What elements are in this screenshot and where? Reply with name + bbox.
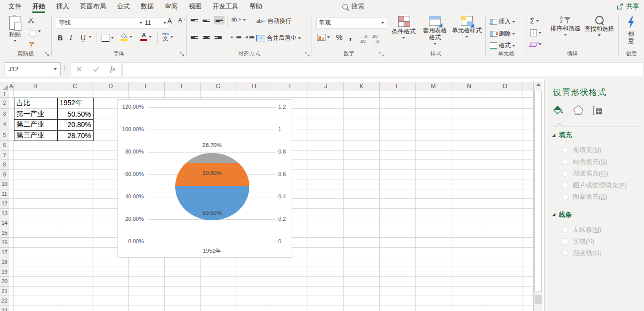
fill-line-tab[interactable] [552,104,565,117]
table-cell[interactable]: 20.80% [58,120,94,131]
column-header-C[interactable]: C [57,82,93,91]
column-header-K[interactable]: K [344,82,380,91]
italic-button[interactable]: I [70,34,72,42]
row-header-9[interactable]: 9 [0,170,9,180]
underline-caret[interactable] [89,36,92,38]
radio-no-line[interactable]: 无线条(N) [562,225,601,234]
format-painter-button[interactable] [28,41,35,48]
ideas-button[interactable]: 创意 [624,16,639,45]
wrap-text-button[interactable]: ab↵ 自动换行 [256,17,292,25]
grow-font-button[interactable]: Aˆ [167,17,175,25]
tab-help[interactable]: 帮助 [244,0,268,13]
clipboard-dialog-launcher[interactable] [45,52,49,56]
orientation-button[interactable]: ab↗ [231,17,246,22]
insert-function-button[interactable]: fx [110,65,115,73]
table-cell[interactable]: 第三产业 [14,131,58,142]
section-header-line[interactable]: 线条 [552,210,572,219]
enter-icon[interactable] [93,67,99,72]
name-box[interactable]: J12 [4,62,61,76]
row-header-11[interactable]: 11 [0,189,9,199]
column-header-A[interactable]: A [9,82,14,91]
bottom-align-button[interactable] [215,16,224,24]
column-header-N[interactable]: N [451,82,487,91]
chart-object[interactable]: 120.00%1.2100.00%180.00%0.860.00%0.640.0… [117,99,292,258]
phonetic-guide-button[interactable]: wén 文 [162,32,173,41]
vertical-scrollbar[interactable] [534,82,542,311]
sort-filter-button[interactable]: AZ 排序和筛选 [548,16,583,36]
align-left-button[interactable] [191,34,198,40]
bold-button[interactable]: B [58,34,63,42]
middle-align-button[interactable] [203,17,210,23]
autosum-button[interactable]: Σ [530,17,539,25]
column-header-J[interactable]: J [308,82,344,91]
tab-file[interactable]: 文件 [3,0,27,13]
row-header-5[interactable]: 5 [0,130,9,141]
table-cell[interactable]: 50.50% [58,109,94,120]
radio-gradient-line[interactable]: 渐变线(G) [562,249,602,258]
merge-center-button[interactable]: ↔ 合并后居中 [256,34,301,42]
row-header-13[interactable]: 13 [0,209,9,219]
row-header-23[interactable]: 23 [0,306,9,311]
delete-cells-button[interactable]: x 删除 [490,29,515,38]
font-dialog-launcher[interactable] [180,52,184,56]
cell-styles-button[interactable]: 单元格样式 [451,16,483,38]
row-header-21[interactable]: 21 [0,287,9,297]
conditional-formatting-button[interactable]: 条件格式 [389,16,418,39]
find-select-button[interactable]: 查找和选择 [583,16,616,36]
row-header-18[interactable]: 18 [0,257,9,267]
scrollbar-thumb[interactable] [535,91,542,292]
formula-bar-resize-handle[interactable] [64,65,65,70]
clear-button[interactable] [530,42,541,47]
row-header-1[interactable]: 1 [0,91,9,98]
shrink-font-button[interactable]: Aˇ [178,17,185,24]
tab-formulas[interactable]: 公式 [111,0,135,13]
insert-cells-button[interactable]: ← 插入 [490,17,515,26]
column-header-B[interactable]: B [14,82,57,91]
radio-pattern-fill[interactable]: 图案填充(A) [562,192,607,201]
row-header-12[interactable]: 12 [0,199,9,209]
font-name-select[interactable]: 等线 [56,17,145,28]
cancel-icon[interactable] [77,67,82,72]
tab-data[interactable]: 数据 [135,0,159,13]
row-header-22[interactable]: 22 [0,296,9,306]
sheet-grid[interactable]: 占比1952年第一产业50.50%第二产业20.80%第三产业28.70% 12… [9,91,534,311]
row-header-14[interactable]: 14 [0,218,9,228]
decrease-decimal-button[interactable]: .00→.0 [372,34,380,44]
row-header-7[interactable]: 7 [0,151,9,160]
tab-view[interactable]: 视图 [183,0,207,13]
row-header-15[interactable]: 15 [0,228,9,238]
table-cell[interactable]: 第二产业 [14,120,58,131]
number-dialog-launcher[interactable] [379,52,384,56]
top-align-button[interactable] [191,17,198,23]
font-size-select[interactable]: 11 [142,17,169,28]
column-header-O[interactable]: O [487,82,523,91]
tab-review[interactable]: 审阅 [159,0,183,13]
row-header-4[interactable]: 4 [0,119,9,130]
column-header-H[interactable]: H [236,82,272,91]
table-header-cell[interactable]: 1952年 [58,98,94,109]
align-center-button[interactable] [203,34,210,40]
column-header-E[interactable]: E [129,82,165,91]
radio-gradient-fill[interactable]: 渐变填充(G) [562,169,608,178]
increase-indent-button[interactable]: ⇥ [243,34,254,40]
format-cells-button[interactable]: 格式 [490,41,515,50]
table-header-cell[interactable]: 占比 [14,98,58,109]
fill-button[interactable]: ↓ [530,29,541,36]
column-header-M[interactable]: M [416,82,451,91]
format-as-table-button[interactable]: 套用表格格式 [421,16,449,45]
increase-decimal-button[interactable]: ←.0.00 [360,34,368,44]
column-header-L[interactable]: L [380,82,416,91]
row-header-3[interactable]: 3 [0,109,9,120]
accounting-format-button[interactable] [317,34,330,41]
column-header-I[interactable]: I [272,82,308,91]
decrease-indent-button[interactable]: ⇤ [230,34,241,40]
tab-developer[interactable]: 开发工具 [207,0,244,13]
comma-style-button[interactable]: , [349,30,352,42]
font-color-button[interactable]: A [140,33,152,41]
row-header-6[interactable]: 6 [0,141,9,151]
row-header-16[interactable]: 16 [0,238,9,248]
underline-button[interactable]: U [81,34,86,42]
data-table[interactable]: 占比1952年第一产业50.50%第二产业20.80%第三产业28.70% [14,98,94,141]
fill-color-button[interactable] [120,33,132,41]
row-header-10[interactable]: 10 [0,179,9,189]
